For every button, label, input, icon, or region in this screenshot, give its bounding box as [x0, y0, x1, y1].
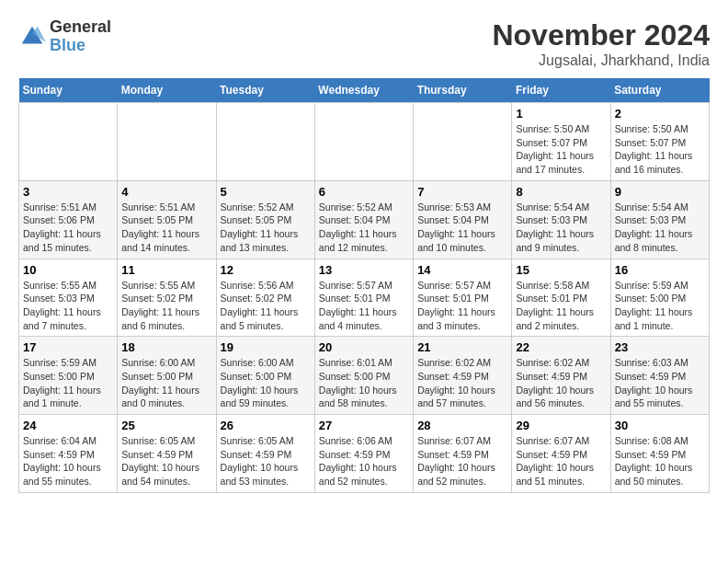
calendar-day-cell	[414, 103, 512, 181]
day-number: 22	[516, 340, 606, 354]
calendar-day-cell: 19Sunrise: 6:00 AM Sunset: 5:00 PM Dayli…	[216, 337, 314, 415]
day-info: Sunrise: 5:51 AM Sunset: 5:06 PM Dayligh…	[23, 201, 113, 255]
calendar-week-row: 17Sunrise: 5:59 AM Sunset: 5:00 PM Dayli…	[19, 337, 710, 415]
day-number: 13	[319, 263, 409, 277]
weekday-header: Sunday	[19, 78, 118, 103]
calendar-day-cell: 18Sunrise: 6:00 AM Sunset: 5:00 PM Dayli…	[118, 337, 216, 415]
calendar-day-cell: 25Sunrise: 6:05 AM Sunset: 4:59 PM Dayli…	[118, 415, 216, 493]
day-number: 5	[221, 185, 311, 199]
day-number: 15	[516, 263, 606, 277]
day-number: 16	[615, 263, 705, 277]
day-number: 20	[319, 340, 409, 354]
weekday-header: Wednesday	[314, 78, 413, 103]
weekday-header: Monday	[118, 78, 216, 103]
calendar-day-cell: 13Sunrise: 5:57 AM Sunset: 5:01 PM Dayli…	[314, 259, 413, 337]
calendar-day-cell: 8Sunrise: 5:54 AM Sunset: 5:03 PM Daylig…	[512, 180, 610, 259]
weekday-header: Tuesday	[216, 78, 314, 103]
day-info: Sunrise: 5:52 AM Sunset: 5:05 PM Dayligh…	[221, 201, 311, 255]
day-number: 18	[121, 340, 211, 354]
calendar-day-cell: 5Sunrise: 5:52 AM Sunset: 5:05 PM Daylig…	[216, 180, 314, 259]
calendar-day-cell: 21Sunrise: 6:02 AM Sunset: 4:59 PM Dayli…	[414, 337, 512, 415]
title-block: November 2024 Jugsalai, Jharkhand, India	[492, 18, 710, 69]
day-number: 30	[615, 419, 705, 432]
day-info: Sunrise: 5:57 AM Sunset: 5:01 PM Dayligh…	[417, 279, 507, 333]
calendar-day-cell: 23Sunrise: 6:03 AM Sunset: 4:59 PM Dayli…	[610, 337, 709, 415]
calendar-day-cell: 22Sunrise: 6:02 AM Sunset: 4:59 PM Dayli…	[512, 337, 610, 415]
day-info: Sunrise: 5:50 AM Sunset: 5:07 PM Dayligh…	[615, 122, 705, 177]
day-info: Sunrise: 6:02 AM Sunset: 4:59 PM Dayligh…	[417, 356, 507, 410]
weekday-header: Thursday	[414, 78, 512, 103]
day-number: 19	[221, 340, 311, 354]
logo-icon	[18, 23, 46, 51]
calendar-day-cell: 12Sunrise: 5:56 AM Sunset: 5:02 PM Dayli…	[216, 259, 314, 337]
day-number: 11	[121, 263, 211, 277]
calendar-table: SundayMondayTuesdayWednesdayThursdayFrid…	[18, 78, 710, 493]
calendar-day-cell	[216, 103, 314, 181]
calendar-day-cell	[19, 103, 118, 181]
day-info: Sunrise: 6:08 AM Sunset: 4:59 PM Dayligh…	[615, 434, 705, 488]
day-info: Sunrise: 5:51 AM Sunset: 5:05 PM Dayligh…	[121, 201, 211, 255]
day-info: Sunrise: 5:53 AM Sunset: 5:04 PM Dayligh…	[417, 201, 507, 255]
day-info: Sunrise: 6:05 AM Sunset: 4:59 PM Dayligh…	[121, 434, 211, 488]
day-number: 1	[516, 107, 606, 121]
calendar-day-cell	[314, 103, 413, 181]
calendar-day-cell: 3Sunrise: 5:51 AM Sunset: 5:06 PM Daylig…	[19, 180, 118, 259]
day-info: Sunrise: 6:06 AM Sunset: 4:59 PM Dayligh…	[319, 434, 409, 488]
day-number: 6	[319, 185, 409, 199]
calendar-day-cell: 24Sunrise: 6:04 AM Sunset: 4:59 PM Dayli…	[19, 415, 118, 493]
weekday-header: Saturday	[610, 78, 709, 103]
day-info: Sunrise: 6:05 AM Sunset: 4:59 PM Dayligh…	[221, 434, 311, 488]
day-number: 10	[23, 263, 113, 277]
day-number: 28	[417, 419, 507, 432]
day-number: 7	[417, 185, 507, 199]
day-info: Sunrise: 5:59 AM Sunset: 5:00 PM Dayligh…	[23, 356, 113, 410]
day-info: Sunrise: 6:07 AM Sunset: 4:59 PM Dayligh…	[516, 434, 606, 488]
day-number: 27	[319, 419, 409, 432]
day-info: Sunrise: 5:54 AM Sunset: 5:03 PM Dayligh…	[615, 201, 705, 255]
day-info: Sunrise: 5:59 AM Sunset: 5:00 PM Dayligh…	[615, 279, 705, 333]
calendar-week-row: 1Sunrise: 5:50 AM Sunset: 5:07 PM Daylig…	[19, 103, 710, 181]
calendar-day-cell: 9Sunrise: 5:54 AM Sunset: 5:03 PM Daylig…	[610, 180, 709, 259]
calendar-day-cell: 26Sunrise: 6:05 AM Sunset: 4:59 PM Dayli…	[216, 415, 314, 493]
day-number: 3	[23, 185, 113, 199]
day-number: 2	[615, 107, 705, 121]
page-header: General Blue November 2024 Jugsalai, Jha…	[18, 18, 710, 69]
day-info: Sunrise: 5:50 AM Sunset: 5:07 PM Dayligh…	[516, 122, 606, 177]
day-info: Sunrise: 5:57 AM Sunset: 5:01 PM Dayligh…	[319, 279, 409, 333]
calendar-week-row: 3Sunrise: 5:51 AM Sunset: 5:06 PM Daylig…	[19, 180, 710, 259]
month-title: November 2024	[492, 18, 710, 52]
day-number: 9	[615, 185, 705, 199]
day-info: Sunrise: 5:58 AM Sunset: 5:01 PM Dayligh…	[516, 279, 606, 333]
day-info: Sunrise: 5:55 AM Sunset: 5:03 PM Dayligh…	[23, 279, 113, 333]
calendar-day-cell: 4Sunrise: 5:51 AM Sunset: 5:05 PM Daylig…	[118, 180, 216, 259]
calendar-week-row: 24Sunrise: 6:04 AM Sunset: 4:59 PM Dayli…	[19, 415, 710, 493]
day-info: Sunrise: 6:00 AM Sunset: 5:00 PM Dayligh…	[221, 356, 311, 410]
calendar-day-cell: 30Sunrise: 6:08 AM Sunset: 4:59 PM Dayli…	[610, 415, 709, 493]
calendar-day-cell: 1Sunrise: 5:50 AM Sunset: 5:07 PM Daylig…	[512, 103, 610, 181]
day-info: Sunrise: 6:00 AM Sunset: 5:00 PM Dayligh…	[121, 356, 211, 410]
location: Jugsalai, Jharkhand, India	[492, 52, 710, 69]
day-info: Sunrise: 6:01 AM Sunset: 5:00 PM Dayligh…	[319, 356, 409, 410]
day-number: 25	[121, 419, 211, 432]
day-info: Sunrise: 5:56 AM Sunset: 5:02 PM Dayligh…	[221, 279, 311, 333]
calendar-day-cell: 14Sunrise: 5:57 AM Sunset: 5:01 PM Dayli…	[414, 259, 512, 337]
day-info: Sunrise: 6:03 AM Sunset: 4:59 PM Dayligh…	[615, 356, 705, 410]
calendar-day-cell: 29Sunrise: 6:07 AM Sunset: 4:59 PM Dayli…	[512, 415, 610, 493]
logo-text: General Blue	[50, 18, 111, 55]
day-number: 23	[615, 340, 705, 354]
weekday-header-row: SundayMondayTuesdayWednesdayThursdayFrid…	[19, 78, 710, 103]
calendar-day-cell: 16Sunrise: 5:59 AM Sunset: 5:00 PM Dayli…	[610, 259, 709, 337]
weekday-header: Friday	[512, 78, 610, 103]
calendar-day-cell: 6Sunrise: 5:52 AM Sunset: 5:04 PM Daylig…	[314, 180, 413, 259]
day-number: 24	[23, 419, 113, 432]
calendar-day-cell	[118, 103, 216, 181]
logo-blue: Blue	[50, 37, 111, 55]
day-info: Sunrise: 6:02 AM Sunset: 4:59 PM Dayligh…	[516, 356, 606, 410]
day-info: Sunrise: 5:54 AM Sunset: 5:03 PM Dayligh…	[516, 201, 606, 255]
day-number: 14	[417, 263, 507, 277]
calendar-week-row: 10Sunrise: 5:55 AM Sunset: 5:03 PM Dayli…	[19, 259, 710, 337]
day-number: 17	[23, 340, 113, 354]
calendar-day-cell: 27Sunrise: 6:06 AM Sunset: 4:59 PM Dayli…	[314, 415, 413, 493]
day-number: 29	[516, 419, 606, 432]
day-info: Sunrise: 6:04 AM Sunset: 4:59 PM Dayligh…	[23, 434, 113, 488]
